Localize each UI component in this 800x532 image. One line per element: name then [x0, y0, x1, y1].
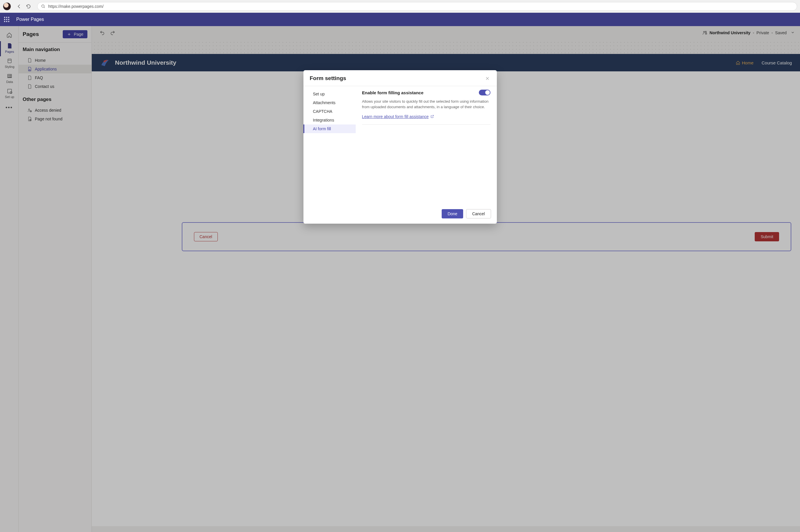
modal-content: Enable form filling assistance Allows yo… [356, 86, 497, 205]
divider [362, 125, 490, 125]
toggle-label: Enable form filling assistance [362, 90, 424, 95]
modal-overlay[interactable]: Form settings Set up Attachments CAPTCHA… [0, 26, 800, 532]
learn-more-link[interactable]: Learn more about form fill assistance [362, 114, 434, 119]
app-launcher-icon[interactable] [4, 17, 9, 22]
modal-nav: Set up Attachments CAPTCHA Integrations … [304, 86, 356, 205]
app-bar: Power Pages [0, 13, 800, 26]
arrow-left-icon [17, 4, 22, 9]
browser-back-button[interactable] [15, 2, 24, 11]
profile-avatar[interactable] [3, 2, 11, 11]
browser-chrome: https://make.powerpages.com/ [0, 0, 800, 13]
modal-close-button[interactable] [484, 75, 491, 82]
svg-point-0 [42, 5, 44, 7]
refresh-icon [26, 4, 31, 9]
address-url: https://make.powerpages.com/ [48, 4, 104, 9]
search-icon [41, 4, 45, 8]
modal-nav-attachments[interactable]: Attachments [304, 98, 356, 107]
cancel-button[interactable]: Cancel [466, 209, 491, 218]
modal-nav-setup[interactable]: Set up [304, 90, 356, 98]
app-title: Power Pages [16, 17, 44, 22]
enable-assistance-toggle[interactable] [479, 90, 490, 95]
address-bar[interactable]: https://make.powerpages.com/ [37, 2, 797, 11]
done-button[interactable]: Done [442, 209, 463, 218]
learn-more-label: Learn more about form fill assistance [362, 114, 429, 119]
browser-refresh-button[interactable] [24, 2, 33, 11]
form-settings-modal: Form settings Set up Attachments CAPTCHA… [304, 70, 497, 224]
modal-nav-captcha[interactable]: CAPTCHA [304, 107, 356, 116]
external-link-icon [430, 115, 434, 118]
toggle-description: Allows your site visitors to quickly fil… [362, 99, 490, 110]
modal-nav-integrations[interactable]: Integrations [304, 116, 356, 125]
modal-nav-ai-form-fill[interactable]: AI form fill [304, 125, 356, 133]
modal-title: Form settings [310, 75, 346, 81]
close-icon [485, 76, 490, 81]
